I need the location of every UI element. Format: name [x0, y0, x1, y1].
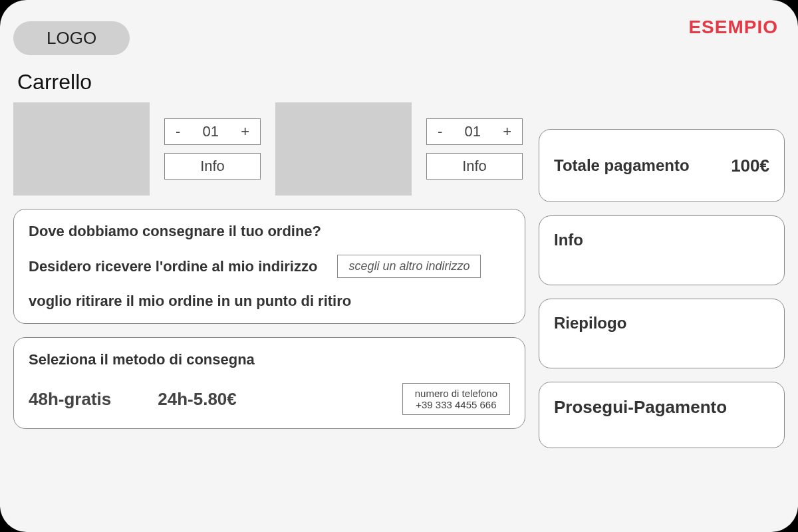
product-image	[13, 102, 150, 196]
total-amount: 100€	[731, 156, 769, 176]
qty-value: 01	[202, 123, 218, 140]
shipping-panel: Seleziona il metodo di consegna 48h-grat…	[13, 337, 525, 429]
proceed-payment-button[interactable]: Prosegui-Pagamento	[539, 382, 785, 448]
info-card[interactable]: Info	[539, 215, 785, 285]
shipping-question: Seleziona il metodo di consegna	[29, 351, 510, 368]
quantity-stepper[interactable]: - 01 +	[164, 118, 261, 145]
qty-plus-button[interactable]: +	[241, 123, 249, 140]
summary-card[interactable]: Riepilogo	[539, 299, 785, 368]
page-title: Carrello	[17, 70, 785, 94]
phone-number: +39 333 4455 666	[415, 399, 497, 410]
delivery-panel: Dove dobbiamo consegnare il tuo ordine? …	[13, 209, 525, 324]
summary-card-label: Riepilogo	[554, 314, 626, 332]
shipping-option-48h[interactable]: 48h-gratis	[29, 389, 111, 410]
qty-plus-button[interactable]: +	[503, 123, 511, 140]
phone-label: numero di telefono	[415, 388, 497, 399]
phone-box: numero di telefono +39 333 4455 666	[402, 383, 510, 415]
logo: LOGO	[13, 21, 130, 55]
total-card: Totale pagamento 100€	[539, 129, 785, 202]
deliver-to-address-option[interactable]: Desidero ricevere l'ordine al mio indiri…	[29, 258, 317, 275]
qty-value: 01	[464, 123, 480, 140]
product-info-button[interactable]: Info	[426, 153, 523, 180]
total-label: Totale pagamento	[554, 156, 690, 175]
delivery-question: Dove dobbiamo consegnare il tuo ordine?	[29, 223, 510, 240]
cart-items-row: - 01 + Info - 01 + Info	[13, 102, 525, 196]
info-card-label: Info	[554, 231, 583, 249]
quantity-stepper[interactable]: - 01 +	[426, 118, 523, 145]
product-info-button[interactable]: Info	[164, 153, 261, 180]
app-frame: ESEMPIO LOGO Carrello - 01 + Info -	[0, 0, 798, 532]
choose-another-address-button[interactable]: scegli un altro indirizzo	[337, 255, 481, 278]
qty-minus-button[interactable]: -	[438, 123, 442, 140]
shipping-option-24h[interactable]: 24h-5.80€	[158, 389, 237, 410]
proceed-label: Prosegui-Pagamento	[554, 397, 727, 417]
pickup-option[interactable]: voglio ritirare il mio ordine in un punt…	[29, 293, 510, 310]
product-image	[275, 102, 412, 196]
qty-minus-button[interactable]: -	[176, 123, 180, 140]
example-watermark: ESEMPIO	[688, 17, 778, 38]
